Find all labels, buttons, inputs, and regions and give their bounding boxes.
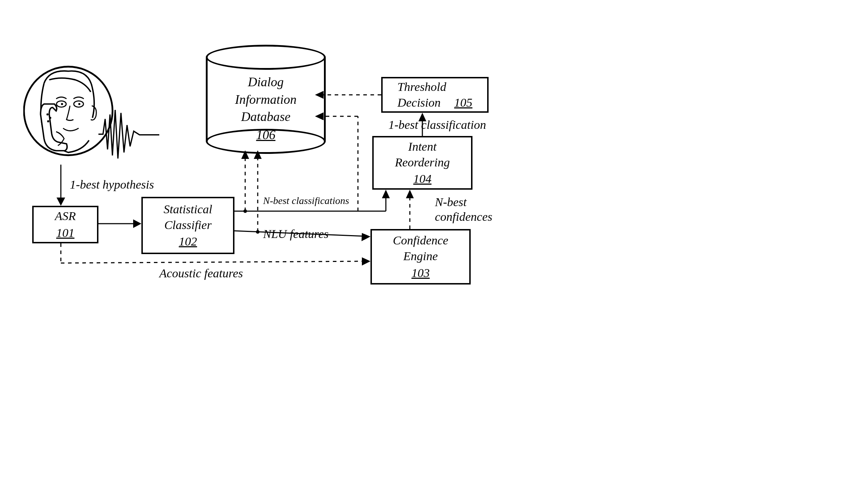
threshold-label-1: Threshold: [397, 79, 446, 95]
edge-acoustic-label: Acoustic features: [159, 267, 243, 280]
confidence-engine-block: Confidence Engine 103: [370, 229, 471, 285]
edge-onebest-class-label: 1-best classification: [388, 118, 486, 132]
svg-marker-30: [406, 190, 414, 198]
edge-nbest-class-label: N-best classifications: [263, 195, 349, 206]
threshold-ref: 105: [454, 95, 472, 111]
svg-marker-22: [362, 233, 370, 241]
threshold-decision-block: Threshold Decision 105: [381, 77, 489, 113]
user-on-phone-icon: [23, 59, 127, 163]
confidence-ref: 103: [412, 265, 430, 281]
asr-block: ASR 101: [32, 206, 98, 243]
diagram-canvas: ASR 101 Statistical Classifier 102 Dialo…: [0, 0, 868, 496]
edge-nlu-label: NLU features: [263, 227, 329, 241]
asr-label: ASR: [55, 208, 76, 224]
statistical-classifier-block: Statistical Classifier 102: [141, 197, 234, 254]
db-label-1: Dialog: [206, 73, 326, 91]
db-label-2: Information: [206, 91, 326, 108]
reorder-ref: 104: [413, 171, 432, 187]
confidence-label-2: Engine: [403, 248, 438, 264]
svg-point-4: [78, 103, 81, 105]
edge-hypothesis-label: 1-best hypothesis: [70, 178, 154, 191]
svg-marker-11: [133, 219, 141, 228]
svg-point-13: [243, 209, 247, 213]
classifier-ref: 102: [179, 234, 197, 249]
intent-reordering-block: Intent Reordering 104: [372, 136, 472, 190]
svg-point-7: [47, 120, 49, 122]
edge-nbest-conf-label: N-best confidences: [435, 195, 506, 224]
classifier-label-1: Statistical: [164, 201, 212, 217]
svg-point-3: [61, 103, 63, 105]
asr-ref: 101: [56, 225, 74, 241]
confidence-label-1: Confidence: [393, 233, 448, 248]
svg-point-23: [256, 230, 260, 234]
svg-marker-28: [362, 257, 370, 266]
svg-line-27: [61, 261, 365, 263]
svg-point-6: [49, 117, 52, 119]
svg-marker-9: [57, 198, 65, 206]
classifier-label-2: Classifier: [164, 217, 212, 233]
dialog-database-block: Dialog Information Database 106: [206, 45, 326, 154]
svg-marker-20: [382, 190, 390, 198]
threshold-label-2: Decision: [397, 95, 446, 111]
reorder-label-2: Reordering: [395, 155, 450, 170]
db-ref: 106: [256, 126, 276, 144]
svg-point-5: [47, 113, 49, 116]
db-label-3: Database: [206, 108, 326, 126]
reorder-label-1: Intent: [408, 139, 436, 155]
